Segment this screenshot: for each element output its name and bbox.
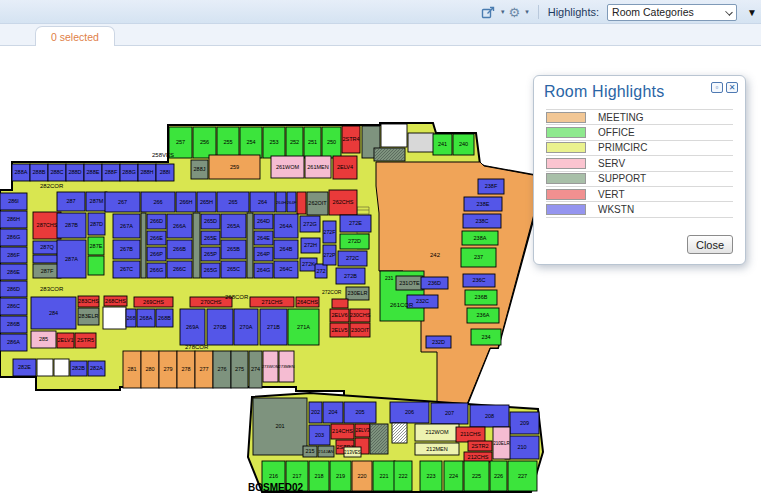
room-265[interactable]: 265 <box>217 192 249 212</box>
room-273WOM[interactable]: 273WOM <box>262 351 280 382</box>
room-267[interactable]: 267 <box>105 192 140 212</box>
room-288F[interactable]: 288F <box>102 164 120 181</box>
room[interactable] <box>381 124 407 147</box>
room-265C[interactable]: 265C <box>221 261 246 278</box>
room-283CHS[interactable]: 283CHS <box>78 296 99 307</box>
room-214CHS[interactable]: 214CHS <box>331 424 354 439</box>
legend-row-meeting[interactable]: MEETING <box>546 110 733 125</box>
room-266D[interactable]: 266D <box>147 214 166 229</box>
room-286H[interactable]: 286H <box>0 211 27 228</box>
room[interactable] <box>193 213 200 278</box>
room-218[interactable]: 218 <box>309 461 329 491</box>
room-265E[interactable]: 265E <box>201 231 220 245</box>
room-210ELR[interactable]: 210ELR <box>493 427 510 459</box>
room-253[interactable]: 253 <box>263 127 285 158</box>
room-266B[interactable]: 266B <box>167 240 192 259</box>
close-button[interactable]: Close <box>687 235 733 254</box>
room-2STR2[interactable]: 2STR2 <box>468 441 492 451</box>
room-221[interactable]: 221 <box>373 461 395 491</box>
minimize-icon[interactable]: ▫ <box>711 82 723 93</box>
room-266E[interactable]: 266E <box>147 231 166 245</box>
room[interactable] <box>103 307 126 329</box>
room-288D[interactable]: 288D <box>66 164 84 181</box>
room-272D[interactable]: 272D <box>340 234 369 249</box>
room-266H[interactable]: 266H <box>176 192 196 212</box>
close-icon[interactable]: ✕ <box>726 82 738 93</box>
room-256[interactable]: 256 <box>193 127 216 158</box>
room-225[interactable]: 225 <box>464 461 489 491</box>
room-264P[interactable]: 264P <box>254 247 273 261</box>
room-270B[interactable]: 270B <box>207 309 233 345</box>
room[interactable] <box>247 213 253 278</box>
room-237[interactable]: 237 <box>461 248 496 267</box>
room-288A[interactable]: 288A <box>12 164 30 181</box>
highlights-select[interactable]: Room Categories <box>607 4 737 21</box>
room-264D[interactable]: 264D <box>254 214 273 229</box>
room[interactable] <box>88 256 104 275</box>
room-265G[interactable]: 265G <box>201 263 220 278</box>
room[interactable] <box>37 359 53 376</box>
room-230ELR[interactable]: 230ELR <box>346 287 369 300</box>
legend-row-wkstn[interactable]: WKSTN <box>546 202 733 217</box>
room-286F[interactable]: 286F <box>0 247 27 263</box>
room-283ELR[interactable]: 283ELR <box>78 308 99 325</box>
room-280[interactable]: 280 <box>141 351 159 388</box>
room-282B[interactable]: 282B <box>70 361 87 376</box>
room-213VES[interactable]: 213VES <box>344 447 361 457</box>
room-271A[interactable]: 271A <box>288 309 319 345</box>
room-236C[interactable]: 236C <box>463 274 495 287</box>
legend-row-serv[interactable]: SERV <box>546 156 733 171</box>
room-236B[interactable]: 236B <box>465 290 497 305</box>
room-287D[interactable]: 287D <box>88 213 105 235</box>
room-268B[interactable]: 268B <box>156 309 173 327</box>
room-287[interactable]: 287 <box>57 192 85 211</box>
room-252[interactable]: 252 <box>286 127 303 158</box>
room-286B[interactable]: 286B <box>0 316 27 333</box>
room-265A[interactable]: 265A <box>221 214 246 238</box>
room-265B[interactable]: 265B <box>221 240 246 259</box>
room-236D[interactable]: 236D <box>421 277 448 289</box>
room-272G[interactable]: 272G <box>300 216 320 232</box>
room-275[interactable]: 275 <box>231 351 248 388</box>
room-240[interactable]: 240 <box>453 134 474 155</box>
room-272K[interactable]: 272K <box>300 258 317 271</box>
room-264G[interactable]: 264G <box>254 263 273 278</box>
room-267C[interactable]: 267C <box>113 261 140 278</box>
room[interactable] <box>392 423 407 443</box>
room-269CHS[interactable]: 269CHS <box>134 297 173 307</box>
room-273MEN[interactable]: 273MEN <box>278 351 294 382</box>
room-267B[interactable]: 267B <box>113 240 140 259</box>
room-2STR4[interactable]: 2STR4 <box>342 126 360 153</box>
room-206[interactable]: 206 <box>390 402 429 423</box>
room-2STR5[interactable]: 2STR5 <box>75 333 96 348</box>
room-287M[interactable]: 287M <box>86 192 107 211</box>
room-281[interactable]: 281 <box>123 351 141 388</box>
room[interactable] <box>332 299 348 308</box>
room-272P[interactable]: 272P <box>323 245 336 265</box>
room-262OIT[interactable]: 262OIT <box>307 192 328 215</box>
room-265D[interactable]: 265D <box>201 214 220 229</box>
room-287B[interactable]: 287B <box>57 213 86 238</box>
room-288C[interactable]: 288C <box>48 164 66 181</box>
room-268A[interactable]: 268A <box>137 309 155 327</box>
export-caret-icon[interactable]: ▾ <box>501 8 505 16</box>
room-201[interactable]: 201 <box>253 398 307 455</box>
legend-row-office[interactable]: OFFICE <box>546 125 733 140</box>
room-232D[interactable]: 232D <box>426 336 451 348</box>
room-226[interactable]: 226 <box>490 461 507 491</box>
room-272B[interactable]: 272B <box>336 268 365 284</box>
room-214JAN[interactable]: 214JAN <box>318 446 334 457</box>
room-264CHS[interactable]: 264CHS <box>296 297 319 307</box>
room-282A[interactable]: 282A <box>88 361 105 376</box>
room-255[interactable]: 255 <box>217 127 239 158</box>
room-286E[interactable]: 286E <box>0 264 27 280</box>
room-278[interactable]: 278 <box>177 351 195 388</box>
room-272[interactable]: 272 <box>315 264 327 278</box>
room-272H[interactable]: 272H <box>301 238 320 253</box>
room-215[interactable]: 215 <box>303 446 317 457</box>
room-238F[interactable]: 238F <box>478 179 504 194</box>
room-288I[interactable]: 288I <box>156 164 174 181</box>
room-224[interactable]: 224 <box>444 461 463 491</box>
room-259[interactable]: 259 <box>209 155 260 179</box>
room-272E[interactable]: 272E <box>340 215 371 232</box>
